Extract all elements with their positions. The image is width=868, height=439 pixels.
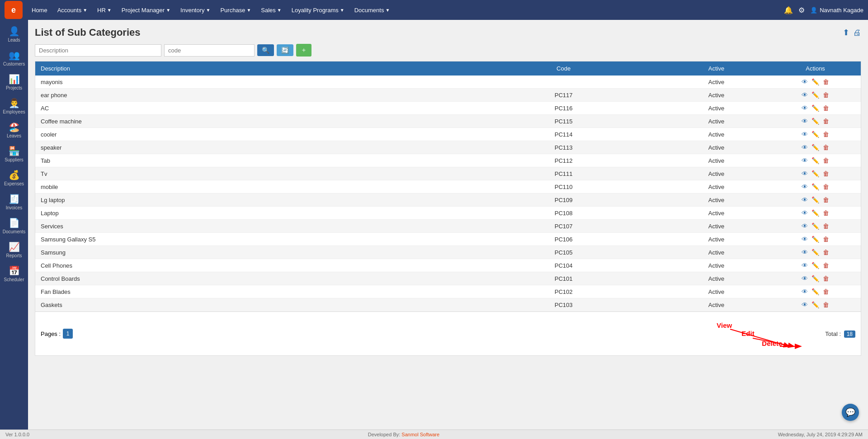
sidebar-item-customers[interactable]: 👥 Customers [0, 46, 28, 70]
code-input[interactable] [164, 44, 255, 57]
delete-icon[interactable]: 🗑 [823, 78, 829, 85]
delete-icon[interactable]: 🗑 [823, 209, 829, 217]
gear-icon[interactable]: ⚙ [798, 6, 805, 14]
cell-actions: 👁 ✏️ 🗑 [770, 102, 861, 115]
view-icon[interactable]: 👁 [802, 249, 808, 256]
developed-by-label: Developed By: [368, 432, 401, 437]
edit-icon[interactable]: ✏️ [811, 104, 819, 112]
nav-hr[interactable]: HR ▼ [93, 4, 116, 16]
edit-icon[interactable]: ✏️ [811, 118, 819, 125]
edit-icon[interactable]: ✏️ [811, 288, 819, 295]
sidebar-item-projects[interactable]: 📊 Projects [0, 70, 28, 94]
view-icon[interactable]: 👁 [802, 288, 808, 295]
cell-description: Cell Phones [35, 259, 465, 272]
edit-icon[interactable]: ✏️ [811, 301, 819, 308]
cell-actions: 👁 ✏️ 🗑 [770, 285, 861, 298]
edit-icon[interactable]: ✏️ [811, 78, 819, 85]
delete-icon[interactable]: 🗑 [823, 131, 829, 138]
nav-loyalty[interactable]: Loyality Programs ▼ [287, 4, 349, 16]
sidebar-item-scheduler[interactable]: 📅 Scheduler [0, 262, 28, 286]
view-icon[interactable]: 👁 [802, 275, 808, 282]
export-button[interactable]: ⬆ [843, 28, 849, 38]
edit-icon[interactable]: ✏️ [811, 170, 819, 177]
delete-icon[interactable]: 🗑 [823, 249, 829, 256]
view-icon[interactable]: 👁 [802, 131, 808, 138]
delete-icon[interactable]: 🗑 [823, 170, 829, 177]
page-number-1[interactable]: 1 [63, 329, 73, 339]
edit-icon[interactable]: ✏️ [811, 196, 819, 203]
delete-icon[interactable]: 🗑 [823, 262, 829, 269]
sidebar-item-documents[interactable]: 📄 Documents [0, 214, 28, 238]
edit-icon[interactable]: ✏️ [811, 144, 819, 151]
sidebar-item-leads[interactable]: 👤 Leads [0, 22, 28, 46]
edit-icon[interactable]: ✏️ [811, 183, 819, 190]
delete-icon[interactable]: 🗑 [823, 157, 829, 164]
view-icon[interactable]: 👁 [802, 236, 808, 243]
view-icon[interactable]: 👁 [802, 196, 808, 203]
delete-icon[interactable]: 🗑 [823, 183, 829, 190]
edit-icon[interactable]: ✏️ [811, 91, 819, 99]
nav-documents[interactable]: Documents ▼ [350, 4, 395, 16]
sidebar-label-customers: Customers [3, 61, 25, 66]
refresh-button[interactable]: 🔄 [277, 44, 293, 56]
delete-icon[interactable]: 🗑 [823, 144, 829, 151]
total-count: Total : 18 [825, 330, 855, 337]
view-icon[interactable]: 👁 [802, 209, 808, 217]
bell-icon[interactable]: 🔔 [784, 6, 793, 14]
view-icon[interactable]: 👁 [802, 183, 808, 190]
search-button[interactable]: 🔍 [257, 44, 274, 56]
pages-label: Pages : [41, 330, 61, 337]
view-icon[interactable]: 👁 [802, 301, 808, 308]
cell-active: Active [663, 207, 770, 220]
nav-project-manager[interactable]: Project Manager ▼ [117, 4, 175, 16]
nav-sales[interactable]: Sales ▼ [256, 4, 286, 16]
table-row: ear phone PC117 Active 👁 ✏️ 🗑 [35, 89, 861, 102]
app-logo[interactable]: e [5, 1, 23, 19]
delete-icon[interactable]: 🗑 [823, 118, 829, 125]
developer-info: Developed By: Sanmol Software [368, 432, 439, 437]
sidebar-item-invoices[interactable]: 🧾 Invoices [0, 190, 28, 214]
edit-icon[interactable]: ✏️ [811, 209, 819, 217]
view-icon[interactable]: 👁 [802, 222, 808, 230]
print-button[interactable]: 🖨 [853, 28, 861, 38]
view-icon[interactable]: 👁 [802, 78, 808, 85]
edit-icon[interactable]: ✏️ [811, 275, 819, 282]
sidebar-item-expenses[interactable]: 💰 Expenses [0, 166, 28, 190]
delete-icon[interactable]: 🗑 [823, 196, 829, 203]
delete-icon[interactable]: 🗑 [823, 236, 829, 243]
sidebar-item-employees[interactable]: 👨‍💼 Employees [0, 94, 28, 118]
description-input[interactable] [35, 44, 161, 57]
nav-inventory[interactable]: Inventory ▼ [176, 4, 215, 16]
delete-icon[interactable]: 🗑 [823, 222, 829, 230]
delete-icon[interactable]: 🗑 [823, 301, 829, 308]
delete-icon[interactable]: 🗑 [823, 275, 829, 282]
user-menu[interactable]: 👤 Navnath Kagade [810, 7, 863, 14]
sidebar-item-leaves[interactable]: 🏖️ Leaves [0, 118, 28, 142]
edit-icon[interactable]: ✏️ [811, 236, 819, 243]
sidebar-item-suppliers[interactable]: 🏪 Suppliers [0, 142, 28, 166]
cell-active: Active [663, 102, 770, 115]
nav-accounts[interactable]: Accounts ▼ [53, 4, 92, 16]
delete-icon[interactable]: 🗑 [823, 91, 829, 99]
nav-purchase[interactable]: Purchase ▼ [216, 4, 255, 16]
add-button[interactable]: ＋ [296, 44, 311, 57]
edit-icon[interactable]: ✏️ [811, 222, 819, 230]
view-icon[interactable]: 👁 [802, 104, 808, 112]
edit-icon[interactable]: ✏️ [811, 249, 819, 256]
view-icon[interactable]: 👁 [802, 144, 808, 151]
view-icon[interactable]: 👁 [802, 262, 808, 269]
delete-icon[interactable]: 🗑 [823, 288, 829, 295]
view-icon[interactable]: 👁 [802, 170, 808, 177]
sidebar-label-suppliers: Suppliers [5, 157, 24, 162]
view-icon[interactable]: 👁 [802, 91, 808, 99]
sidebar-item-reports[interactable]: 📈 Reports [0, 238, 28, 262]
delete-icon[interactable]: 🗑 [823, 104, 829, 112]
view-icon[interactable]: 👁 [802, 157, 808, 164]
chat-bubble-button[interactable]: 💬 [842, 404, 859, 421]
edit-icon[interactable]: ✏️ [811, 131, 819, 138]
edit-icon[interactable]: ✏️ [811, 157, 819, 164]
expenses-icon: 💰 [9, 170, 20, 180]
edit-icon[interactable]: ✏️ [811, 262, 819, 269]
nav-home[interactable]: Home [27, 4, 52, 16]
view-icon[interactable]: 👁 [802, 118, 808, 125]
